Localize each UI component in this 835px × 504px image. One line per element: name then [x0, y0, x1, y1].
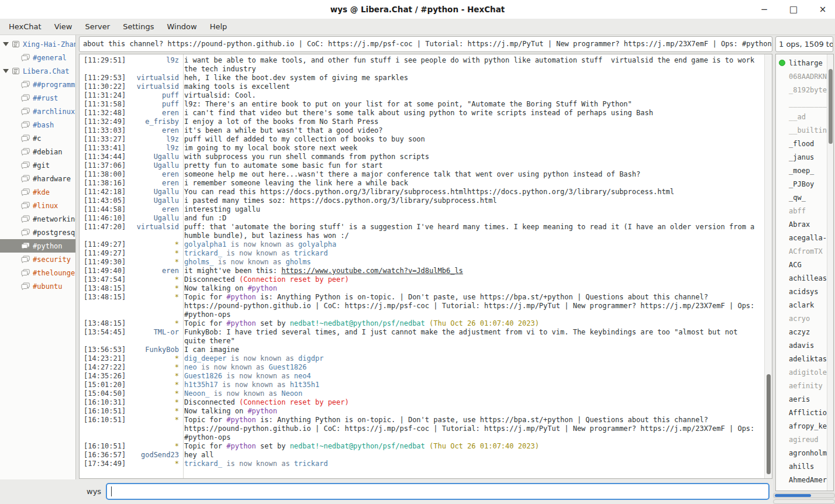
user-item-acidsys[interactable]: acidsys: [776, 285, 827, 298]
user-item-ahmedamer[interactable]: AhmedAmer: [776, 473, 827, 486]
menu-item-server[interactable]: Server: [78, 19, 116, 34]
chat-nick[interactable]: FunkyBob: [127, 346, 179, 354]
user-item-aclark[interactable]: aclark: [776, 298, 827, 312]
chat-nick[interactable]: puff: [127, 100, 179, 109]
sidebar-item-thelounge[interactable]: #thelounge: [0, 266, 75, 279]
user-item-_qw_[interactable]: _qw_: [776, 191, 827, 204]
chat-nick[interactable]: virtualsid: [127, 223, 179, 232]
chat-timestamp: [11:33:27]: [80, 135, 127, 144]
user-item-_8192byte[interactable]: _8192byte: [776, 83, 827, 96]
chat-scrollbar[interactable]: [764, 54, 772, 478]
user-item-acg[interactable]: ACG: [776, 258, 827, 271]
chat-nick[interactable]: l9z: [127, 135, 179, 144]
user-item-adeliktas[interactable]: adeliktas: [776, 352, 827, 365]
menu-item-help[interactable]: Help: [203, 19, 234, 34]
user-item-aefinity[interactable]: aefinity: [776, 379, 827, 392]
event-star: *: [127, 372, 179, 381]
sidebar-item-networking[interactable]: #networking: [0, 212, 75, 226]
message-segment: [425, 442, 429, 450]
sidebar-item-hardware[interactable]: #hardware: [0, 172, 75, 185]
sidebar-item-general[interactable]: #general: [0, 51, 75, 64]
user-item-afropy_ke[interactable]: afropy_ke: [776, 419, 827, 433]
user-item-agireud[interactable]: agireud: [776, 433, 827, 446]
user-item-abff[interactable]: abff: [776, 204, 827, 218]
user-item-aczyz[interactable]: aczyz: [776, 325, 827, 339]
minimize-button[interactable]: −: [758, 3, 771, 16]
user-item-achilleas[interactable]: achilleas: [776, 271, 827, 285]
sidebar-item-bash[interactable]: #bash: [0, 118, 75, 132]
chat-timestamp: [11:29:51]: [80, 56, 127, 65]
chat-nick[interactable]: virtualsid: [127, 74, 179, 82]
sidebar-item-programming[interactable]: ##programming: [0, 78, 75, 91]
user-item-aeris[interactable]: aeris: [776, 392, 827, 406]
close-button[interactable]: ×: [816, 3, 829, 16]
user-item-_flood[interactable]: _flood: [776, 137, 827, 150]
maximize-button[interactable]: □: [787, 3, 800, 16]
menu-item-settings[interactable]: Settings: [116, 19, 160, 34]
user-item-ahills[interactable]: ahills: [776, 460, 827, 473]
user-name: aclark: [789, 301, 814, 309]
chat-nick[interactable]: eren: [127, 267, 179, 275]
inline-nick: Neoon_: [184, 389, 209, 398]
menu-item-window[interactable]: Window: [160, 19, 203, 34]
chat-nick[interactable]: Ugallu: [127, 214, 179, 223]
message-input[interactable]: [106, 483, 770, 500]
message-link[interactable]: https://www.youtube.com/watch?v=Jd8ulMb6…: [281, 267, 463, 275]
menu-item-hexchat[interactable]: HexChat: [2, 19, 48, 34]
sidebar-item-linux[interactable]: #linux: [0, 199, 75, 212]
expander-icon[interactable]: [3, 69, 9, 73]
user-item-_moep_[interactable]: _moep_: [776, 164, 827, 177]
user-item-__ad[interactable]: __ad: [776, 110, 827, 123]
user-item-_pjboy[interactable]: _PJBoy: [776, 177, 827, 191]
chat-nick[interactable]: TML-or: [127, 328, 179, 337]
sidebar-item-python[interactable]: #python: [0, 239, 75, 253]
chat-nick[interactable]: Ugallu: [127, 196, 179, 205]
sidebar-item-security[interactable]: #security: [0, 253, 75, 266]
sidebar-item-git[interactable]: #git: [0, 158, 75, 172]
user-item-acfromtx[interactable]: ACfromTX: [776, 244, 827, 258]
chat-nick[interactable]: virtualsid: [127, 82, 179, 91]
network-item-xing-hai-zhan[interactable]: Xing-Hai-Zhan: [0, 37, 75, 51]
sidebar-item-debian[interactable]: #debian: [0, 145, 75, 158]
user-item-adigitole[interactable]: adigitole: [776, 365, 827, 379]
chat-nick[interactable]: Ugallu: [127, 161, 179, 170]
message-text: making tools is excellent: [179, 82, 764, 91]
chat-nick[interactable]: eren: [127, 109, 179, 118]
user-item-__builtin[interactable]: __builtin: [776, 123, 827, 137]
chat-scrollbar-thumb[interactable]: [767, 374, 771, 474]
user-item-068aadrkn[interactable]: 068AADRKN: [776, 70, 827, 83]
message-segment: is now known as: [222, 372, 294, 380]
chat-nick[interactable]: eren: [127, 126, 179, 135]
user-item-_janus[interactable]: _janus: [776, 150, 827, 164]
user-item-acegalla-[interactable]: acegalla-: [776, 231, 827, 244]
chat-nick[interactable]: l9z: [127, 56, 179, 65]
sidebar-item-rust[interactable]: ##rust: [0, 91, 75, 105]
sidebar-item-c[interactable]: #c: [0, 132, 75, 145]
chat-nick[interactable]: e_frisby: [127, 118, 179, 126]
user-item-abrax[interactable]: Abrax: [776, 218, 827, 231]
sidebar-item-ubuntu[interactable]: #ubuntu: [0, 279, 75, 293]
chat-nick[interactable]: eren: [127, 179, 179, 188]
user-list-scrollbar[interactable]: [827, 54, 833, 491]
network-item-libera.chat[interactable]: Libera.Chat: [0, 64, 75, 78]
topic-bar[interactable]: about this channel? https://pound-python…: [79, 36, 772, 52]
chat-nick[interactable]: Ugallu: [127, 188, 179, 196]
user-list-scrollbar-thumb[interactable]: [829, 69, 833, 144]
chat-nick[interactable]: eren: [127, 205, 179, 214]
menu-item-view[interactable]: View: [48, 19, 79, 34]
sidebar-item-archlinux[interactable]: #archlinux: [0, 105, 75, 118]
user-item-litharge[interactable]: litharge: [776, 56, 827, 70]
expander-icon[interactable]: [3, 42, 9, 46]
chat-nick[interactable]: l9z: [127, 144, 179, 153]
chat-nick[interactable]: puff: [127, 91, 179, 100]
user-item-adavis[interactable]: adavis: [776, 339, 827, 352]
sidebar-item-postgresql[interactable]: #postgresql: [0, 226, 75, 239]
user-item-_________[interactable]: _________: [776, 96, 827, 110]
user-item-acryo[interactable]: acryo: [776, 312, 827, 325]
chat-nick[interactable]: eren: [127, 170, 179, 179]
chat-nick[interactable]: Ugallu: [127, 153, 179, 161]
user-item-affliction[interactable]: Affliction: [776, 406, 827, 419]
chat-nick[interactable]: godSend23: [127, 451, 179, 460]
sidebar-item-kde[interactable]: #kde: [0, 185, 75, 199]
user-item-agronholm[interactable]: agronholm: [776, 446, 827, 460]
